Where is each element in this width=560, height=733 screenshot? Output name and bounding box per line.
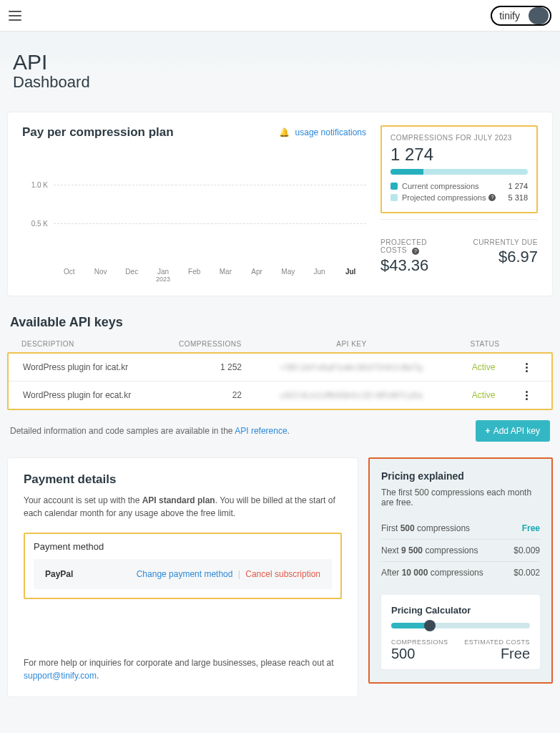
- key-compressions: 1 252: [180, 362, 252, 372]
- pricing-tier-row: First 500 compressionsFree: [381, 518, 540, 540]
- y-tick-label: 0.5 K: [31, 220, 48, 228]
- api-reference-note: Detailed information and code samples ar…: [10, 426, 290, 436]
- compressions-progress: [390, 169, 528, 175]
- plan-panel: Pay per compression plan 🔔 usage notific…: [7, 112, 553, 296]
- api-reference-link[interactable]: API reference: [235, 426, 287, 436]
- slider-thumb[interactable]: [424, 620, 436, 631]
- key-value[interactable]: u9Zt4Lk2sMh6QbVx1Er8PoNfCyDa: [252, 391, 451, 400]
- key-description: WordPress plugin for ecat.kr: [23, 390, 180, 400]
- page-subtitle: Dashboard: [13, 73, 547, 92]
- key-status: Active: [451, 362, 516, 372]
- usage-notifications-link[interactable]: 🔔 usage notifications: [279, 127, 366, 137]
- usage-notifications-label: usage notifications: [295, 127, 366, 137]
- compressions-summary-box: COMPRESSIONS FOR JULY 2023 1 274 Current…: [380, 125, 538, 213]
- x-tick-label: Dec: [116, 268, 147, 283]
- api-key-row: WordPress plugin for ecat.kr22u9Zt4Lk2sM…: [9, 381, 551, 409]
- cancel-subscription-link[interactable]: Cancel subscription: [245, 569, 320, 579]
- x-tick-label: Oct: [54, 268, 85, 283]
- x-tick-label: Mar: [210, 268, 242, 283]
- payment-details-title: Payment details: [24, 472, 342, 487]
- x-tick-label: Jun: [304, 268, 335, 283]
- legend-swatch-projected: [390, 194, 398, 201]
- legend-projected-label: Projected compressions: [402, 193, 486, 202]
- calc-cost-value: Free: [464, 646, 530, 662]
- plus-icon: +: [486, 426, 491, 436]
- currently-due-value: $6.97: [466, 248, 538, 266]
- x-tick-label: Jan2023: [147, 268, 179, 283]
- key-description: WordPress plugin for icat.kr: [23, 362, 180, 372]
- usage-chart: 0.5 K1.0 K OctNovDecJan2023FebMarAprMayJ…: [22, 147, 366, 283]
- api-keys-title: Available API keys: [10, 315, 550, 330]
- x-tick-label: Jul: [335, 268, 366, 283]
- page-header: API Dashboard: [0, 31, 560, 105]
- brand-label: tinify: [492, 10, 527, 21]
- plan-title: Pay per compression plan: [22, 125, 174, 140]
- key-compressions: 22: [180, 390, 252, 400]
- projected-costs-label: PROJECTED COSTS: [380, 238, 427, 254]
- change-payment-method-link[interactable]: Change payment method: [137, 569, 233, 579]
- calc-compressions-label: COMPRESSIONS: [391, 639, 448, 646]
- projected-costs-value: $43.36: [380, 256, 452, 275]
- bell-icon: 🔔: [279, 127, 290, 137]
- legend-projected: Projected compressions ? 5 318: [390, 193, 528, 202]
- col-description: DESCRIPTION: [21, 340, 179, 348]
- pricing-explained-panel: Pricing explained The first 500 compress…: [368, 457, 553, 684]
- x-tick-label: Nov: [85, 268, 117, 283]
- pricing-tier-row: After 10 000 compressions$0.002: [381, 562, 540, 583]
- legend-current-value: 1 274: [508, 182, 528, 190]
- compressions-caption: COMPRESSIONS FOR JULY 2023: [390, 134, 528, 142]
- pricing-subtitle: The first 500 compressions each month ar…: [381, 487, 540, 508]
- payment-method-name: PayPal: [45, 569, 73, 579]
- topbar: tinify: [0, 0, 560, 31]
- y-tick-label: 1.0 K: [31, 180, 48, 188]
- support-note: For more help or inquiries for corporate…: [24, 656, 342, 682]
- currently-due-label: CURRENTLY DUE: [466, 238, 538, 246]
- brand-badge[interactable]: tinify: [491, 6, 551, 26]
- pricing-calculator: Pricing Calculator COMPRESSIONS 500 ESTI…: [381, 595, 540, 669]
- api-keys-table: WordPress plugin for icat.kr1 252r5Bl2mY…: [7, 352, 553, 410]
- payment-method-title: Payment method: [34, 541, 332, 552]
- api-key-row: WordPress plugin for icat.kr1 252r5Bl2mY…: [9, 354, 551, 381]
- legend-swatch-current: [390, 183, 398, 190]
- pricing-calculator-title: Pricing Calculator: [391, 605, 530, 616]
- legend-projected-value: 5 318: [508, 193, 528, 202]
- brand-toggle-knob: [529, 7, 549, 24]
- pricing-title: Pricing explained: [381, 470, 540, 482]
- key-status: Active: [451, 390, 516, 400]
- col-status: STATUS: [453, 340, 517, 348]
- compressions-total: 1 274: [390, 145, 528, 165]
- page-title: API: [13, 50, 547, 74]
- pricing-tier-row: Next 9 500 compressions$0.009: [381, 540, 540, 562]
- calc-cost-label: ESTIMATED COSTS: [464, 639, 530, 646]
- col-apikey: API KEY: [250, 340, 453, 348]
- kebab-menu-icon[interactable]: [516, 391, 537, 400]
- x-tick-label: Feb: [179, 268, 210, 283]
- calc-compressions-value: 500: [391, 646, 448, 662]
- info-icon[interactable]: ?: [412, 248, 419, 255]
- kebab-menu-icon[interactable]: [516, 363, 537, 372]
- pricing-slider[interactable]: [391, 623, 530, 628]
- col-compressions: COMPRESSIONS: [179, 340, 250, 348]
- legend-current: Current compressions 1 274: [390, 182, 528, 190]
- key-value[interactable]: r5Bl2mYv8qP1oWx3Kd7Sh0JcNaTg: [252, 363, 451, 372]
- payment-details-desc: Your account is set up with the API stan…: [24, 494, 342, 520]
- hamburger-menu-icon[interactable]: [9, 11, 21, 21]
- x-tick-label: Apr: [241, 268, 272, 283]
- x-tick-label: May: [272, 268, 304, 283]
- add-api-key-button[interactable]: +Add API key: [476, 420, 550, 442]
- payment-details-panel: Payment details Your account is set up w…: [7, 457, 358, 697]
- legend-current-label: Current compressions: [402, 182, 479, 190]
- support-email-link[interactable]: support@tinify.com: [24, 671, 97, 681]
- costs-row: PROJECTED COSTS ? $43.36 CURRENTLY DUE $…: [380, 238, 538, 275]
- payment-method-box: Payment method PayPal Change payment met…: [24, 533, 342, 599]
- info-icon[interactable]: ?: [488, 194, 496, 201]
- api-keys-header: DESCRIPTION COMPRESSIONS API KEY STATUS: [7, 340, 553, 352]
